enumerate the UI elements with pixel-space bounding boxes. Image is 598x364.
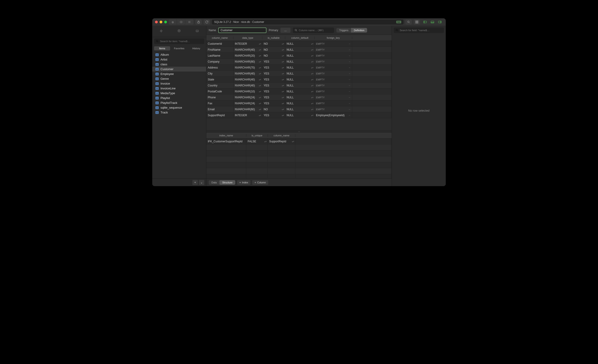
arrow-icon[interactable]: → <box>348 72 351 75</box>
stepper-icon[interactable]: ▴▾ <box>311 72 314 75</box>
sidebar-item-sqlite_sequence[interactable]: sqlite_sequence <box>152 105 206 110</box>
stepper-icon[interactable]: ▴▾ <box>311 90 314 93</box>
tab-history[interactable]: History <box>188 46 204 50</box>
stepper-icon[interactable]: ▴▾ <box>282 72 284 75</box>
stepper-icon[interactable]: ▴▾ <box>311 43 314 45</box>
table-row[interactable]: CountryNVARCHAR(40)▴▾YES▴▾NULL▴▾EMPTY→ <box>206 83 392 89</box>
stepper-icon[interactable]: ▴▾ <box>311 78 314 81</box>
tab-items[interactable]: Items <box>154 46 170 50</box>
sidebar-item-customer[interactable]: Customer <box>152 67 206 72</box>
database-icon[interactable] <box>176 28 183 34</box>
minimize-window[interactable] <box>160 21 162 23</box>
col-header[interactable]: foreign_key <box>315 36 352 39</box>
sidebar-item-mediatype[interactable]: MediaType <box>152 91 206 96</box>
sidebar-item-class[interactable]: class <box>152 62 206 67</box>
table-row[interactable]: EmailNVARCHAR(60)▴▾NO▴▾NULL▴▾EMPTY→ <box>206 106 392 112</box>
stepper-icon[interactable]: ▴▾ <box>282 114 284 116</box>
arrow-icon[interactable]: → <box>348 60 351 63</box>
table-row[interactable]: AddressNVARCHAR(70)▴▾YES▴▾NULL▴▾EMPTY→ <box>206 65 392 71</box>
stepper-icon[interactable]: ▴▾ <box>259 90 261 93</box>
table-row[interactable]: LastNameNVARCHAR(20)▴▾NO▴▾NULL▴▾EMPTY→ <box>206 53 392 59</box>
stepper-icon[interactable]: ▴▾ <box>259 49 261 51</box>
stepper-icon[interactable]: ▴▾ <box>259 102 261 105</box>
add-column-button[interactable]: +Column <box>252 180 268 185</box>
structure-tab[interactable]: Structure <box>219 180 235 185</box>
sidebar-item-invoiceline[interactable]: InvoiceLine <box>152 86 206 91</box>
stepper-icon[interactable]: ▴▾ <box>311 102 314 105</box>
sidebar-search-input[interactable] <box>160 40 202 43</box>
eye-icon[interactable] <box>177 19 185 25</box>
col-header[interactable]: index_name <box>206 134 246 137</box>
arrow-icon[interactable]: → <box>348 90 351 93</box>
add-button[interactable]: + <box>192 180 198 185</box>
stepper-icon[interactable]: ▴▾ <box>311 66 314 69</box>
stepper-icon[interactable]: ▴▾ <box>282 49 284 51</box>
search-icon[interactable] <box>405 19 412 25</box>
field-search-input[interactable] <box>400 29 442 32</box>
stepper-icon[interactable]: ▴▾ <box>311 60 314 63</box>
sidebar-item-employee[interactable]: Employee <box>152 72 206 76</box>
field-search[interactable] <box>394 27 444 33</box>
stepper-icon[interactable]: ▴▾ <box>259 108 261 110</box>
table-row[interactable]: PhoneNVARCHAR(24)▴▾YES▴▾NULL▴▾EMPTY→ <box>206 94 392 100</box>
arrow-icon[interactable]: → <box>348 96 351 99</box>
sidebar-item-artist[interactable]: Artist <box>152 57 206 62</box>
layout-right[interactable] <box>437 20 443 24</box>
col-header[interactable]: column_name <box>206 36 233 39</box>
stepper-icon[interactable]: ▴▾ <box>259 72 261 75</box>
stepper-icon[interactable]: ▴▾ <box>311 55 314 57</box>
column-search[interactable] <box>293 27 334 33</box>
add-index-button[interactable]: +Index <box>237 180 250 185</box>
arrow-icon[interactable]: → <box>348 48 351 51</box>
table-row[interactable]: FirstNameNVARCHAR(40)▴▾NO▴▾NULL▴▾EMPTY→ <box>206 47 392 53</box>
stepper-icon[interactable]: ▴▾ <box>282 55 284 57</box>
stepper-icon[interactable]: ▴▾ <box>311 49 314 51</box>
col-header[interactable]: is_nullable <box>262 36 285 39</box>
lock-icon[interactable] <box>195 19 202 25</box>
breadcrumb-path[interactable]: SQLite 3.27.2 : Nice : nice.db : Custome… <box>212 19 404 25</box>
sidebar-item-playlist[interactable]: Playlist <box>152 96 206 100</box>
table-row[interactable]: CityNVARCHAR(40)▴▾YES▴▾NULL▴▾EMPTY→ <box>206 71 392 76</box>
arrow-icon[interactable]: → <box>348 102 351 105</box>
stepper-icon[interactable]: ▴▾ <box>259 60 261 63</box>
layout-left[interactable] <box>422 20 428 24</box>
stepper-icon[interactable]: ▴▾ <box>282 66 284 69</box>
table-row[interactable]: CompanyNVARCHAR(80)▴▾YES▴▾NULL▴▾EMPTY→ <box>206 59 392 65</box>
stepper-icon[interactable]: ▴▾ <box>259 96 261 99</box>
stepper-icon[interactable]: ▴▾ <box>282 60 284 63</box>
cancel-icon[interactable]: ⊗ <box>169 19 177 25</box>
stepper-icon[interactable]: ▴▾ <box>282 43 284 45</box>
stepper-icon[interactable]: ▴▾ <box>282 78 284 81</box>
sidebar-item-playlisttrack[interactable]: PlaylistTrack <box>152 100 206 105</box>
stepper-icon[interactable]: ▴▾ <box>282 90 284 93</box>
stepper-icon[interactable]: ▴▾ <box>282 96 284 99</box>
col-header[interactable]: column_default <box>285 36 315 39</box>
col-header[interactable]: column_name <box>268 134 295 137</box>
sidebar-item-track[interactable]: Track <box>152 110 206 115</box>
table-row[interactable]: SupportRepIdINTEGER▴▾YES▴▾NULL▴▾Employee… <box>206 112 392 118</box>
table-name-input[interactable] <box>218 27 266 33</box>
close-window[interactable] <box>155 21 158 23</box>
grid-icon[interactable] <box>414 19 420 25</box>
maximize-window[interactable] <box>164 21 167 23</box>
col-header[interactable]: data_type <box>233 36 262 39</box>
stepper-icon[interactable]: ▴▾ <box>311 108 314 110</box>
sidebar-item-invoice[interactable]: Invoice <box>152 81 206 86</box>
table-row[interactable]: StateNVARCHAR(40)▴▾YES▴▾NULL▴▾EMPTY→ <box>206 76 392 83</box>
sql-icon[interactable]: SQL <box>194 28 201 34</box>
table-row[interactable]: IFK_CustomerSupportRepIdFALSE▴▾SupportRe… <box>206 139 392 144</box>
primary-key-dropdown[interactable]: … <box>280 28 291 33</box>
tab-favorites[interactable]: Favorites <box>171 46 187 50</box>
stepper-icon[interactable]: ▴▾ <box>292 140 294 143</box>
sidebar-search[interactable] <box>154 39 204 44</box>
column-search-input[interactable] <box>299 29 332 32</box>
arrow-icon[interactable]: → <box>348 114 351 116</box>
stepper-icon[interactable]: ▴▾ <box>311 96 314 99</box>
arrow-icon[interactable]: → <box>348 66 351 69</box>
stepper-icon[interactable]: ▴▾ <box>259 55 261 57</box>
stepper-icon[interactable]: ▴▾ <box>282 108 284 110</box>
arrow-icon[interactable]: → <box>348 108 351 110</box>
stepper-icon[interactable]: ▴▾ <box>259 43 261 45</box>
table-row[interactable]: PostalCodeNVARCHAR(10)▴▾YES▴▾NULL▴▾EMPTY… <box>206 89 392 94</box>
definition-button[interactable]: Definition <box>351 28 367 33</box>
